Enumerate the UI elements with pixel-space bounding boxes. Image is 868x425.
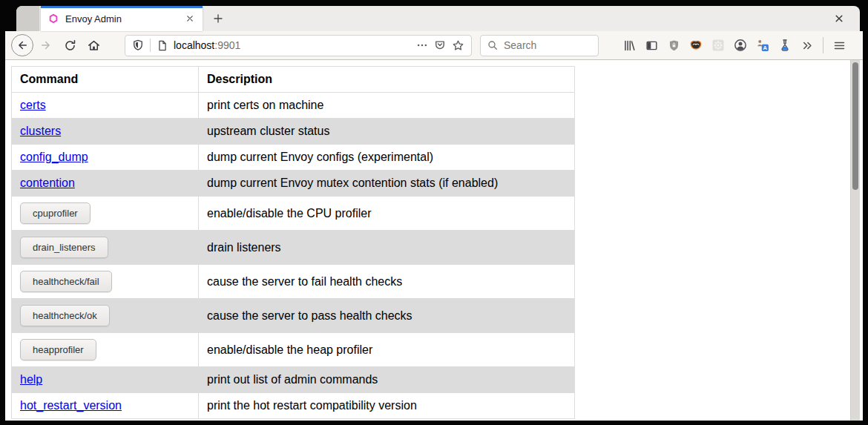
navigation-toolbar: localhost:9901 (5, 31, 863, 60)
toolbar-icons: A (618, 34, 818, 56)
table-row: helpprint out list of admin commands (12, 367, 575, 393)
browser-window: Envoy Admin (5, 6, 863, 421)
description-cell: print the hot restart compatibility vers… (199, 393, 575, 419)
command-cell: help (12, 367, 199, 393)
url-port: :9901 (214, 39, 240, 51)
disabled-addon-icon (711, 38, 726, 53)
sidebar-button[interactable] (640, 34, 662, 56)
command-button[interactable]: heapprofiler (20, 339, 96, 360)
table-row: certsprint certs on machine (12, 93, 575, 119)
table-header-row: Command Description (12, 67, 575, 93)
table-row: hot_restart_versionprint the hot restart… (12, 393, 575, 419)
overflow-button[interactable] (796, 34, 818, 56)
command-link[interactable]: certs (20, 99, 46, 111)
column-header-description: Description (199, 67, 575, 93)
url-text[interactable]: localhost:9901 (174, 39, 413, 51)
forward-button[interactable] (35, 34, 57, 56)
description-cell: cause the server to pass health checks (199, 299, 575, 333)
command-cell: clusters (12, 119, 199, 145)
back-icon (11, 34, 33, 56)
page-actions-button[interactable] (413, 36, 431, 54)
flask-addon-button[interactable] (774, 34, 796, 56)
column-header-command: Command (12, 67, 199, 93)
command-cell: healthcheck/fail (12, 265, 199, 299)
description-cell: cause the server to fail health checks (199, 265, 575, 299)
description-cell: enable/disable the CPU profiler (199, 197, 575, 231)
admin-commands-table: Command Description certsprint certs on … (11, 66, 575, 419)
pocket-icon (433, 39, 447, 52)
account-button[interactable] (729, 34, 752, 56)
table-row: drain_listenersdrain listeners (12, 231, 575, 265)
urlbar-divider (150, 39, 151, 52)
bookmark-button[interactable] (449, 36, 467, 54)
command-link[interactable]: hot_restart_version (20, 399, 122, 412)
svg-text:A: A (763, 45, 768, 51)
table-row: cpuprofilerenable/disable the CPU profil… (12, 197, 575, 231)
menu-button[interactable] (828, 34, 850, 56)
table-row: config_dumpdump current Envoy configs (e… (12, 145, 575, 171)
table-row: healthcheck/okcause the server to pass h… (12, 299, 575, 333)
search-box[interactable] (480, 35, 599, 56)
sidebar-icon (645, 39, 659, 53)
titlebar-spacer (16, 6, 39, 31)
bookmark-star-icon (451, 39, 465, 53)
library-icon (622, 39, 637, 53)
table-row: healthcheck/failcause the server to fail… (12, 265, 575, 299)
tab-envoy-admin[interactable]: Envoy Admin (41, 6, 203, 31)
fox-addon-icon (688, 38, 703, 53)
pocket-button[interactable] (431, 36, 449, 54)
overflow-chevron-icon (800, 39, 815, 53)
command-link[interactable]: config_dump (20, 151, 88, 163)
description-cell: print out list of admin commands (199, 367, 575, 393)
table-row: heapprofilerenable/disable the heap prof… (12, 333, 575, 367)
command-button[interactable]: drain_listeners (20, 237, 108, 258)
disabled-addon-button[interactable] (707, 34, 729, 56)
table-row: contentiondump current Envoy mutex conte… (12, 171, 575, 197)
toolbar-divider (823, 37, 823, 53)
command-cell: certs (12, 93, 199, 119)
command-cell: contention (12, 171, 199, 197)
tab-title: Envoy Admin (65, 13, 182, 24)
description-cell: drain listeners (199, 231, 575, 265)
translate-addon-button[interactable]: A (752, 34, 774, 56)
description-cell: print certs on machine (199, 93, 575, 119)
shield-lock-button[interactable] (662, 34, 685, 56)
search-input[interactable] (504, 39, 585, 51)
back-button[interactable] (11, 34, 33, 56)
tracking-shield-icon[interactable] (131, 39, 145, 52)
page-icon[interactable] (156, 39, 168, 52)
new-tab-button[interactable] (209, 10, 227, 27)
home-button[interactable] (82, 34, 105, 56)
url-host: localhost (174, 39, 214, 51)
command-button[interactable]: cpuprofiler (20, 202, 91, 224)
command-cell: config_dump (12, 145, 199, 171)
command-cell: healthcheck/ok (12, 299, 199, 333)
menu-icon (832, 39, 846, 53)
description-cell: dump current Envoy configs (experimental… (199, 145, 575, 171)
description-cell: upstream cluster status (199, 119, 575, 145)
translate-addon-icon: A (755, 38, 770, 53)
command-cell: drain_listeners (12, 231, 199, 265)
page-scrollbar[interactable] (850, 60, 860, 421)
fox-addon-button[interactable] (685, 34, 707, 56)
scrollbar-thumb[interactable] (852, 62, 858, 190)
description-cell: dump current Envoy mutex contention stat… (199, 171, 575, 197)
library-button[interactable] (618, 34, 640, 56)
command-link[interactable]: clusters (20, 125, 61, 137)
tab-bar: Envoy Admin (16, 6, 860, 31)
table-row: clustersupstream cluster status (12, 119, 575, 145)
page-actions-ellipsis-icon (415, 39, 429, 52)
tab-close-icon[interactable] (182, 10, 198, 27)
command-button[interactable]: healthcheck/ok (20, 305, 110, 326)
command-link[interactable]: contention (20, 177, 75, 189)
forward-icon (39, 39, 53, 52)
window-close-button[interactable] (830, 10, 848, 27)
flask-addon-icon (777, 38, 792, 53)
url-bar[interactable]: localhost:9901 (125, 35, 472, 56)
command-link[interactable]: help (20, 373, 42, 386)
command-cell: heapprofiler (12, 333, 199, 367)
search-icon (487, 39, 499, 51)
reload-button[interactable] (59, 34, 81, 56)
page-content: Command Description certsprint certs on … (5, 60, 863, 421)
command-button[interactable]: healthcheck/fail (20, 271, 112, 292)
